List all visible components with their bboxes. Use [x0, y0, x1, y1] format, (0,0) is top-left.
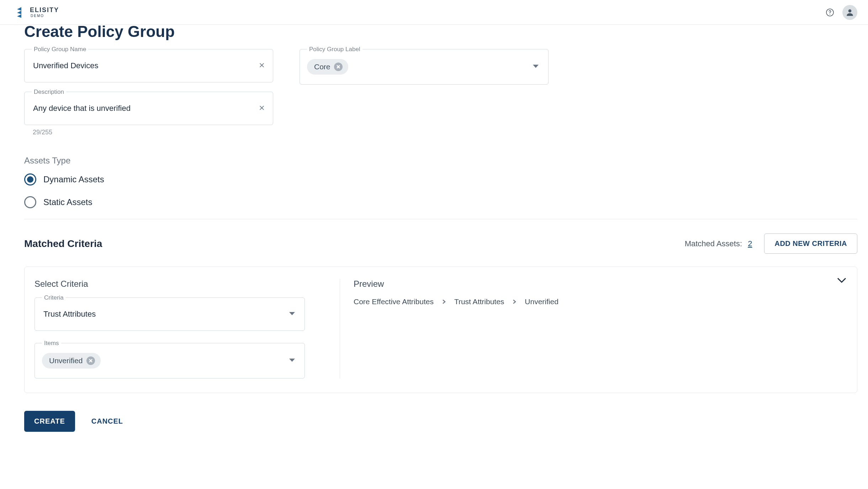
preview-breadcrumb: Core Effective Attributes Trust Attribut… — [354, 297, 843, 306]
item-chip: Unverified — [42, 353, 101, 369]
help-icon[interactable] — [825, 8, 835, 17]
criteria-select[interactable]: Criteria — [35, 297, 305, 331]
dropdown-caret-icon[interactable] — [289, 311, 295, 317]
svg-point-4 — [830, 14, 830, 15]
label-chip: Core — [307, 59, 348, 75]
dropdown-caret-icon[interactable] — [533, 64, 539, 70]
field-label: Policy Group Label — [307, 46, 362, 53]
field-label: Description — [32, 88, 66, 96]
svg-marker-1 — [17, 11, 21, 14]
matched-assets-link[interactable]: 2 — [748, 239, 752, 248]
page-title: Create Policy Group — [24, 23, 857, 40]
brand: ELISITY DEMO — [16, 7, 59, 18]
create-button[interactable]: CREATE — [24, 411, 75, 432]
description-counter: 29/255 — [33, 129, 857, 136]
crumb: Unverified — [525, 297, 559, 306]
field-label: Policy Group Name — [32, 46, 88, 53]
description-input[interactable] — [25, 104, 273, 113]
matched-assets-count: Matched Assets: 2 — [685, 239, 752, 248]
brand-logo-icon — [16, 7, 26, 18]
clear-icon[interactable] — [259, 105, 265, 112]
matched-assets-label: Matched Assets: — [685, 239, 742, 248]
cancel-button[interactable]: CANCEL — [89, 417, 125, 426]
spacer — [35, 331, 326, 343]
collapse-icon[interactable] — [837, 278, 846, 284]
field-label: Criteria — [42, 294, 66, 301]
vertical-divider — [340, 279, 340, 378]
policy-group-label-field[interactable]: Policy Group Label Core — [300, 49, 549, 85]
chip-remove-icon[interactable] — [86, 356, 95, 365]
items-select[interactable]: Items Unverified — [35, 343, 305, 378]
svg-marker-2 — [17, 14, 21, 18]
preview-title: Preview — [354, 279, 843, 289]
chip-text: Core — [314, 63, 330, 71]
crumb: Trust Attributes — [454, 297, 504, 306]
select-criteria-title: Select Criteria — [35, 279, 326, 289]
add-new-criteria-button[interactable]: ADD NEW CRITERIA — [764, 233, 857, 254]
matched-criteria-title: Matched Criteria — [24, 238, 102, 249]
criteria-value[interactable] — [35, 310, 305, 319]
matched-criteria-header: Matched Criteria Matched Assets: 2 ADD N… — [24, 233, 857, 254]
field-label: Items — [42, 340, 61, 347]
criteria-card: Select Criteria Criteria Items Unverifie… — [24, 267, 857, 393]
radio-static-assets[interactable]: Static Assets — [24, 196, 857, 208]
svg-point-5 — [848, 9, 852, 12]
assets-type-label: Assets Type — [24, 156, 857, 166]
divider — [24, 219, 857, 219]
clear-icon[interactable] — [259, 62, 265, 70]
crumb: Core Effective Attributes — [354, 297, 434, 306]
avatar[interactable] — [842, 5, 857, 20]
app-header: ELISITY DEMO — [0, 0, 868, 25]
chevron-right-icon — [512, 297, 517, 306]
svg-marker-0 — [17, 7, 21, 11]
radio-label: Dynamic Assets — [43, 174, 104, 184]
policy-group-name-input[interactable] — [25, 61, 273, 70]
page-body: Create Policy Group Policy Group Name Po… — [0, 23, 868, 446]
description-field[interactable]: Description — [24, 92, 273, 125]
radio-label: Static Assets — [43, 197, 92, 207]
dropdown-caret-icon[interactable] — [289, 358, 295, 364]
radio-dynamic-assets[interactable]: Dynamic Assets — [24, 173, 857, 186]
chevron-right-icon — [441, 297, 446, 306]
brand-name: ELISITY — [30, 7, 59, 13]
radio-icon — [24, 196, 36, 208]
chip-text: Unverified — [49, 356, 83, 365]
policy-group-name-field[interactable]: Policy Group Name — [24, 49, 273, 82]
radio-icon — [24, 173, 36, 186]
action-row: CREATE CANCEL — [24, 411, 857, 432]
chip-remove-icon[interactable] — [334, 63, 343, 71]
brand-sub: DEMO — [31, 14, 59, 18]
